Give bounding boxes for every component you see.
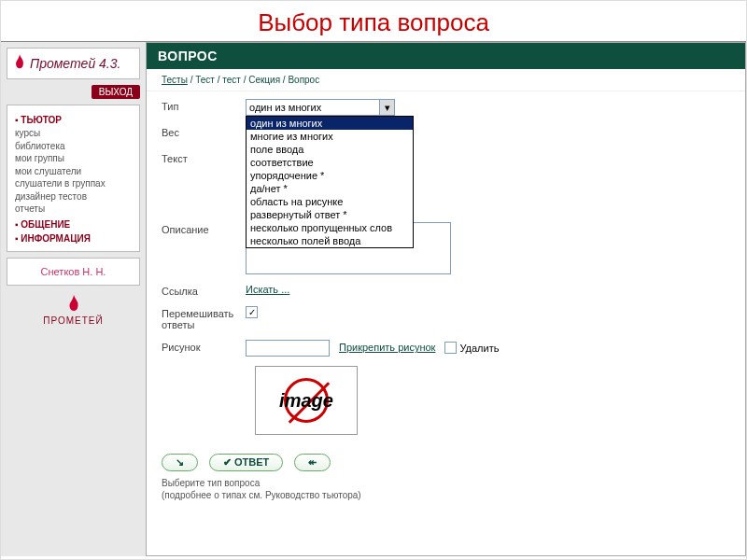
attach-picture-link[interactable]: Прикрепить рисунок — [339, 342, 435, 353]
type-select-value: один из многих — [249, 102, 321, 113]
slide-title: Выбор типа вопроса — [1, 1, 746, 41]
nav-item-my-groups[interactable]: мои группы — [15, 152, 132, 165]
label-text: Текст — [162, 151, 246, 164]
shuffle-checkbox[interactable]: ✓ — [246, 306, 258, 318]
breadcrumb: Тесты / Тест / тест / Секция / Вопрос — [147, 69, 745, 91]
sidebar: Прометей 4.3. ВЫХОД ▪ ТЬЮТОР курсы библи… — [1, 42, 146, 556]
type-option-2[interactable]: многие из многих — [247, 130, 413, 143]
nav-item-test-designer[interactable]: дизайнер тестов — [15, 190, 132, 203]
type-option-7[interactable]: область на рисунке — [247, 195, 413, 208]
chevron-down-icon[interactable]: ▾ — [379, 100, 394, 115]
label-shuffle: Перемешивать ответы — [162, 306, 246, 330]
main-panel: ВОПРОС Тесты / Тест / тест / Секция / Во… — [146, 42, 746, 556]
arrow-left-icon: ↞ — [308, 456, 317, 469]
type-option-8[interactable]: развернутый ответ * — [247, 208, 413, 221]
type-option-4[interactable]: соответствие — [247, 156, 413, 169]
username-box: Снетков Н. Н. — [7, 258, 140, 286]
brand-name: Прометей 4.3. — [30, 56, 120, 71]
nav-item-my-students[interactable]: мои слушатели — [15, 165, 132, 178]
breadcrumb-root[interactable]: Тесты — [162, 75, 188, 85]
nav-heading-tutor: ▪ ТЬЮТОР — [15, 115, 132, 125]
picture-input[interactable] — [246, 340, 330, 357]
nav-item-reports[interactable]: отчеты — [15, 203, 132, 216]
label-type: Тип — [162, 99, 246, 112]
type-option-1[interactable]: один из многих — [247, 117, 413, 130]
label-picture: Рисунок — [162, 340, 246, 353]
flame-icon — [13, 54, 26, 73]
image-placeholder: image — [255, 366, 358, 435]
brand-box: Прометей 4.3. — [7, 48, 140, 79]
label-weight: Вес — [162, 125, 246, 138]
label-link: Ссылка — [162, 284, 246, 297]
answer-button[interactable]: ✔ ОТВЕТ — [209, 454, 283, 471]
label-desc: Описание — [162, 222, 246, 235]
label-delete: Удалить — [459, 343, 499, 354]
type-select[interactable]: один из многих ▾ один из многих многие и… — [246, 99, 395, 116]
nav-box: ▪ ТЬЮТОР курсы библиотека мои группы мои… — [7, 105, 140, 252]
nav-item-courses[interactable]: курсы — [15, 127, 132, 140]
exit-button[interactable]: ВЫХОД — [92, 85, 140, 99]
type-option-5[interactable]: упорядочение * — [247, 169, 413, 182]
search-link[interactable]: Искать ... — [246, 284, 289, 295]
delete-checkbox[interactable] — [444, 342, 457, 354]
arrow-down-icon: ↘ — [176, 456, 184, 469]
next-button[interactable]: ↞ — [294, 454, 331, 471]
nav-heading-chat: ▪ ОБЩЕНИЕ — [15, 219, 132, 230]
nav-item-library[interactable]: библиотека — [15, 140, 132, 153]
type-option-10[interactable]: несколько полей ввода — [247, 234, 413, 247]
panel-title: ВОПРОС — [147, 43, 745, 69]
type-option-9[interactable]: несколько пропущенных слов — [247, 221, 413, 234]
type-dropdown-list: один из многих многие из многих поле вво… — [246, 116, 414, 248]
prev-button[interactable]: ↘ — [162, 454, 198, 471]
hint-text: Выберите тип вопроса (подробнее о типах … — [162, 477, 730, 501]
nav-item-students-in-groups[interactable]: слушатели в группах — [15, 177, 132, 190]
type-option-6[interactable]: да/нет * — [247, 182, 413, 195]
nav-heading-info: ▪ ИНФОРМАЦИЯ — [15, 233, 132, 244]
type-option-3[interactable]: поле ввода — [247, 143, 413, 156]
footer-logo: ПРОМЕТЕЙ — [7, 295, 140, 326]
